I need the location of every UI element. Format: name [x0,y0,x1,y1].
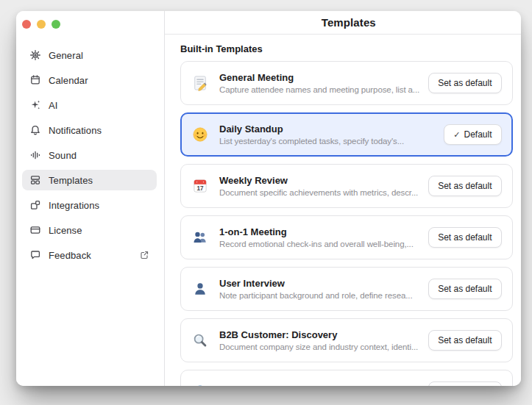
gear-icon [29,49,41,61]
sidebar-nav: GeneralCalendarAINotificationsSoundTempl… [16,45,164,270]
set-as-default-button[interactable]: Set as default [428,227,501,248]
sidebar-item-label: Feedback [49,250,91,261]
button-label: Default [464,129,492,140]
template-title: Daily Standup [219,123,435,135]
set-as-default-button[interactable]: Set as default [428,73,501,93]
default-badge-button[interactable]: ✓Default [444,124,501,145]
button-label: Set as default [438,232,492,243]
template-title: General Meeting [219,72,419,83]
sound-waveform-icon [29,149,41,161]
titlebar: Templates [165,11,521,35]
template-card-weekly-review[interactable]: 17Weekly ReviewDocument specific achieve… [180,164,513,208]
template-card-user-interview[interactable]: User InterviewNote participant backgroun… [180,267,513,311]
sparkles-icon [29,99,41,111]
main-panel: Templates Built-in Templates General Mee… [165,11,521,386]
sidebar-item-label: AI [49,100,57,111]
template-card-daily-standup[interactable]: Daily StandupList yesterday's completed … [180,112,513,157]
blocks-icon [29,199,41,211]
page-title: Templates [322,16,376,29]
set-as-default-button[interactable]: Set as default [428,176,501,196]
pilot-icon [191,383,209,386]
window-controls [22,20,60,29]
magnifying-glass-icon [191,331,209,349]
template-text: 1-on-1 MeetingRecord emotional check-ins… [219,226,419,248]
external-link-icon [139,250,149,260]
section-title: Built-in Templates [180,43,513,54]
template-title: 1-on-1 Meeting [219,226,419,237]
template-text: B2B Customer: DiscoveryDocument company … [219,329,419,351]
sidebar-item-label: License [49,225,82,236]
sidebar-item-label: Notifications [49,125,102,136]
minimize-window-button[interactable] [37,20,46,29]
sidebar-item-sound[interactable]: Sound [22,145,157,165]
sidebar-item-label: Integrations [49,200,99,211]
memo-icon [191,74,209,92]
sidebar-item-calendar[interactable]: Calendar [22,70,157,90]
two-people-icon [191,229,209,246]
bell-icon [29,124,41,136]
template-text: User InterviewNote participant backgroun… [219,278,419,300]
template-text: Daily StandupList yesterday's completed … [219,123,435,146]
template-text: Weekly ReviewDocument specific achieveme… [219,175,419,197]
sidebar-item-ai[interactable]: AI [22,95,157,115]
template-description: List yesterday's completed tasks, specif… [219,137,435,146]
calendar-17-icon: 17 [191,177,209,195]
template-card-b2b-customer-discovery[interactable]: B2B Customer: DiscoveryDocument company … [180,318,513,362]
template-cards: General MeetingCapture attendee names an… [180,61,513,386]
template-card-1-on-1-meeting[interactable]: 1-on-1 MeetingRecord emotional check-ins… [180,215,513,259]
close-window-button[interactable] [22,20,31,29]
template-card-general-meeting[interactable]: General MeetingCapture attendee names an… [180,61,513,105]
template-description: Document specific achievements with metr… [219,188,419,197]
set-as-default-button[interactable]: Set as default [428,381,501,386]
person-bust-icon [191,280,209,298]
sidebar: GeneralCalendarAINotificationsSoundTempl… [16,11,164,386]
button-label: Set as default [438,335,492,345]
sidebar-item-notifications[interactable]: Notifications [22,120,157,140]
template-description: Capture attendee names and meeting purpo… [219,85,419,94]
check-icon: ✓ [453,130,460,140]
license-card-icon [29,224,41,236]
button-label: Set as default [438,284,492,294]
template-title: B2B Customer: Pilot [219,385,419,386]
calendar-icon [29,74,41,86]
sidebar-item-license[interactable]: License [22,220,157,240]
sidebar-item-general[interactable]: General [22,45,157,65]
template-title: Weekly Review [219,175,419,186]
slightly-smiling-face-icon [191,126,209,143]
template-description: Record emotional check-ins and overall w… [219,240,419,248]
sidebar-item-label: General [49,50,83,61]
sidebar-item-label: Templates [49,175,93,186]
templates-grid-icon [29,174,41,186]
template-text: B2B Customer: Pilot [219,385,419,386]
template-text: General MeetingCapture attendee names an… [219,72,419,94]
svg-text:17: 17 [196,185,204,192]
button-label: Set as default [438,78,492,88]
template-card-b2b-customer-pilot[interactable]: B2B Customer: PilotSet as default [180,370,513,386]
zoom-window-button[interactable] [52,20,60,29]
set-as-default-button[interactable]: Set as default [428,330,501,351]
templates-list: Built-in Templates General MeetingCaptur… [165,35,521,386]
button-label: Set as default [438,181,492,191]
sidebar-item-integrations[interactable]: Integrations [22,195,157,215]
sidebar-item-templates[interactable]: Templates [22,170,157,190]
set-as-default-button[interactable]: Set as default [428,279,501,299]
sidebar-item-label: Calendar [49,75,88,86]
template-description: Note participant background and role, de… [219,291,419,300]
template-title: B2B Customer: Discovery [219,329,419,340]
sidebar-item-label: Sound [49,150,77,161]
template-description: Document company size and industry conte… [219,343,419,351]
speech-bubble-icon [29,249,41,261]
settings-window: GeneralCalendarAINotificationsSoundTempl… [16,11,521,386]
sidebar-item-feedback[interactable]: Feedback [22,245,157,265]
template-title: User Interview [219,278,419,289]
